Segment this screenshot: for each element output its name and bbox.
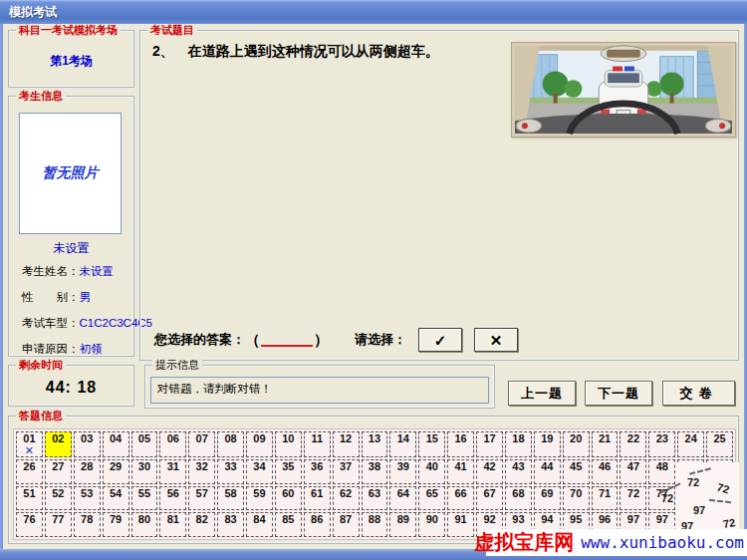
answer-cell-89[interactable]: 89 <box>389 512 416 537</box>
answer-cell-82[interactable]: 82 <box>188 512 215 537</box>
question-text-line: 2、在道路上遇到这种情况可以从两侧超车。 <box>152 43 439 61</box>
answer-cell-16[interactable]: 16 <box>447 431 474 457</box>
answer-cell-31[interactable]: 31 <box>159 459 186 484</box>
answer-cell-26[interactable]: 26 <box>16 459 43 484</box>
answer-cell-85[interactable]: 85 <box>275 512 302 537</box>
answer-cell-15[interactable]: 15 <box>418 431 445 457</box>
answer-cell-32[interactable]: 32 <box>188 459 215 484</box>
answer-cell-09[interactable]: 09 <box>246 431 273 457</box>
answer-cell-65[interactable]: 65 <box>418 486 445 511</box>
answer-cell-19[interactable]: 19 <box>534 431 561 457</box>
answer-cell-88[interactable]: 88 <box>362 512 388 537</box>
answer-cell-91[interactable]: 91 <box>447 512 474 537</box>
answer-cell-08[interactable]: 08 <box>217 431 244 457</box>
answer-cell-41[interactable]: 41 <box>447 459 474 484</box>
watermark-url[interactable]: www.xunibaoku.com <box>581 533 744 552</box>
hint-text: 对错题，请判断对错！ <box>157 383 272 395</box>
answer-cell-48[interactable]: 48 <box>648 459 675 484</box>
answer-cell-29[interactable]: 29 <box>103 459 129 484</box>
answer-cell-42[interactable]: 42 <box>476 459 503 484</box>
answer-cell-55[interactable]: 55 <box>131 486 158 511</box>
answer-cell-81[interactable]: 81 <box>159 512 186 537</box>
answer-cell-71[interactable]: 71 <box>592 486 619 511</box>
answer-cell-59[interactable]: 59 <box>246 486 273 511</box>
answer-cell-84[interactable]: 84 <box>246 512 273 537</box>
answer-cell-51[interactable]: 51 <box>16 486 43 511</box>
answer-cell-40[interactable]: 40 <box>418 459 445 484</box>
answer-cell-56[interactable]: 56 <box>159 486 186 511</box>
answer-cell-27[interactable]: 27 <box>45 459 72 484</box>
answer-cell-38[interactable]: 38 <box>362 459 388 484</box>
answer-cell-53[interactable]: 53 <box>74 486 101 511</box>
answer-cell-37[interactable]: 37 <box>333 459 360 484</box>
answer-cell-61[interactable]: 61 <box>304 486 331 511</box>
answer-cell-14[interactable]: 14 <box>389 431 416 457</box>
apply-reason-label: 申请原因： <box>22 343 80 355</box>
answer-cell-43[interactable]: 43 <box>505 459 532 484</box>
next-question-button[interactable]: 下一题 <box>585 381 652 406</box>
answer-cell-17[interactable]: 17 <box>476 431 503 457</box>
answer-cell-67[interactable]: 67 <box>476 486 503 511</box>
answer-cell-70[interactable]: 70 <box>563 486 590 511</box>
answer-cell-66[interactable]: 66 <box>447 486 474 511</box>
answer-cell-87[interactable]: 87 <box>333 512 360 537</box>
answer-cell-02[interactable]: 02 <box>45 431 72 457</box>
answer-cell-03[interactable]: 03 <box>74 431 101 457</box>
answer-cell-68[interactable]: 68 <box>505 486 532 511</box>
answer-cell-01[interactable]: 01✕ <box>16 431 43 457</box>
answer-cell-72[interactable]: 72 <box>620 486 646 511</box>
answer-cell-34[interactable]: 34 <box>246 459 273 484</box>
answer-cell-57[interactable]: 57 <box>188 486 215 511</box>
answer-cell-47[interactable]: 47 <box>620 459 646 484</box>
exam-room-name: 第1考场 <box>9 53 133 70</box>
answer-cell-22[interactable]: 22 <box>620 431 646 457</box>
answer-cell-35[interactable]: 35 <box>275 459 302 484</box>
answer-cell-45[interactable]: 45 <box>563 459 590 484</box>
answer-cell-60[interactable]: 60 <box>275 486 302 511</box>
previous-question-button[interactable]: 上一题 <box>508 381 576 406</box>
answer-cell-06[interactable]: 06 <box>159 431 186 457</box>
answer-cell-63[interactable]: 63 <box>362 486 388 511</box>
answer-cell-36[interactable]: 36 <box>304 459 331 484</box>
answer-cell-04[interactable]: 04 <box>103 431 129 457</box>
answer-cell-78[interactable]: 78 <box>74 512 101 537</box>
answer-cell-54[interactable]: 54 <box>103 486 129 511</box>
answer-cell-79[interactable]: 79 <box>103 512 129 537</box>
answer-cell-30[interactable]: 30 <box>131 459 158 484</box>
answer-cell-21[interactable]: 21 <box>592 431 619 457</box>
answer-cell-24[interactable]: 24 <box>677 431 704 457</box>
question-group-label: 考试题目 <box>147 23 197 37</box>
answer-cell-64[interactable]: 64 <box>389 486 416 511</box>
answer-cell-69[interactable]: 69 <box>534 486 561 511</box>
watermark-site-name: 虚拟宝库网 <box>474 529 574 556</box>
answer-cell-52[interactable]: 52 <box>45 486 72 511</box>
answer-cell-23[interactable]: 23 <box>648 431 675 457</box>
answer-cell-20[interactable]: 20 <box>563 431 590 457</box>
answer-cell-62[interactable]: 62 <box>333 486 360 511</box>
answer-cell-90[interactable]: 90 <box>418 512 445 537</box>
answer-cell-39[interactable]: 39 <box>389 459 416 484</box>
answer-cell-18[interactable]: 18 <box>505 431 532 457</box>
answer-cell-44[interactable]: 44 <box>534 459 561 484</box>
submit-paper-button[interactable]: 交卷 <box>662 381 735 406</box>
answer-cell-80[interactable]: 80 <box>131 512 158 537</box>
answer-cell-77[interactable]: 77 <box>45 512 72 537</box>
hint-group-label: 提示信息 <box>152 358 202 372</box>
answer-cell-12[interactable]: 12 <box>333 431 360 457</box>
answer-cell-83[interactable]: 83 <box>217 512 244 537</box>
answer-cell-11[interactable]: 11 <box>304 431 331 457</box>
answer-cell-10[interactable]: 10 <box>275 431 302 457</box>
answer-cell-07[interactable]: 07 <box>188 431 215 457</box>
answer-cell-13[interactable]: 13 <box>362 431 388 457</box>
answer-cell-76[interactable]: 76 <box>16 512 43 537</box>
candidate-info-group: 考生信息 暂无照片 未设置 考生姓名：未设置 性 别：男 考试车型：C1C2C3… <box>8 96 134 357</box>
answer-cell-28[interactable]: 28 <box>74 459 101 484</box>
answer-correct-button[interactable]: ✓ <box>418 328 462 352</box>
answer-cell-46[interactable]: 46 <box>592 459 619 484</box>
answer-wrong-button[interactable]: ✕ <box>474 328 518 352</box>
answer-cell-33[interactable]: 33 <box>217 459 244 484</box>
answer-cell-25[interactable]: 25 <box>706 431 733 457</box>
answer-cell-86[interactable]: 86 <box>304 512 331 537</box>
answer-cell-05[interactable]: 05 <box>131 431 158 457</box>
answer-cell-58[interactable]: 58 <box>217 486 244 511</box>
